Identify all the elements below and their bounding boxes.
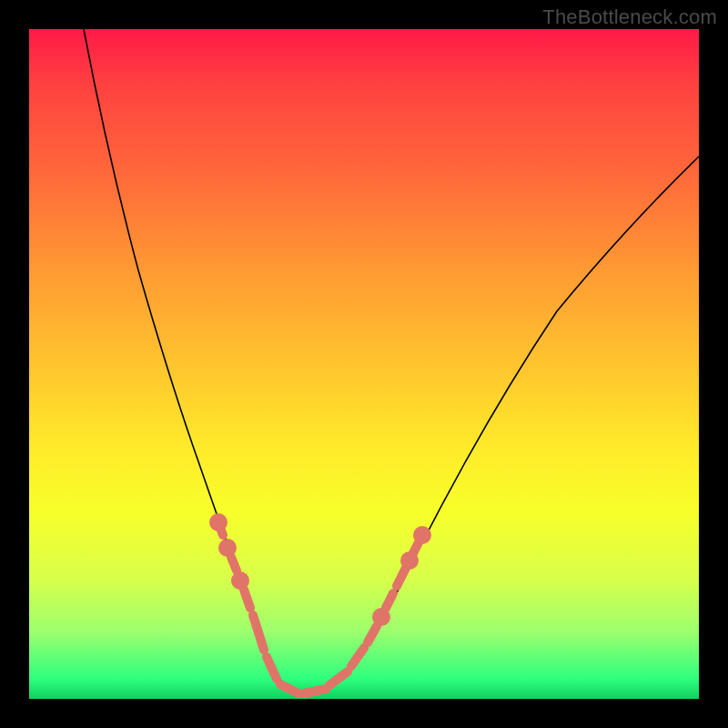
curve-segment bbox=[253, 615, 264, 650]
chart-svg bbox=[29, 29, 699, 699]
chart-frame: TheBottleneck.com bbox=[0, 0, 728, 728]
curve-segment bbox=[304, 689, 326, 693]
curve-dot bbox=[223, 543, 232, 552]
curve-segment bbox=[397, 568, 406, 586]
curve-dot bbox=[377, 612, 386, 622]
curve-segment bbox=[413, 542, 419, 553]
curve-segment bbox=[220, 528, 223, 535]
curve-segment bbox=[267, 657, 277, 679]
curve-segment bbox=[386, 593, 393, 608]
curve-dot bbox=[236, 576, 245, 585]
curve-segment bbox=[280, 684, 298, 693]
curve-dot bbox=[418, 531, 427, 540]
curve-segment bbox=[231, 557, 237, 571]
curve-segment bbox=[368, 626, 377, 642]
curve-segment bbox=[351, 648, 364, 666]
chart-plot-area bbox=[29, 29, 699, 699]
curve-segment bbox=[244, 590, 250, 608]
curve-segment bbox=[329, 672, 348, 685]
watermark-text: TheBottleneck.com bbox=[542, 5, 717, 29]
